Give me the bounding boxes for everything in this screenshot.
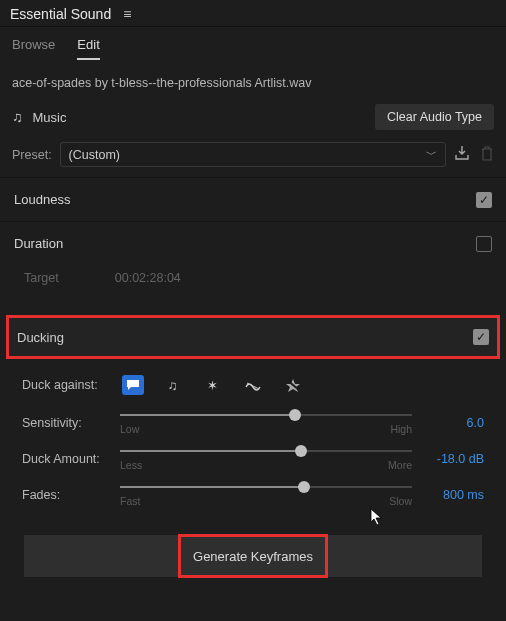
music-icon: ♫ bbox=[12, 109, 23, 125]
slider-thumb[interactable] bbox=[295, 445, 307, 457]
audio-type-label: Music bbox=[33, 110, 67, 125]
sensitivity-row: Sensitivity: Low High 6.0 bbox=[0, 401, 506, 437]
clear-audio-type-button[interactable]: Clear Audio Type bbox=[375, 104, 494, 130]
duck-amount-slider[interactable]: Less More bbox=[120, 445, 412, 473]
preset-label: Preset: bbox=[12, 148, 52, 162]
fades-row: Fades: Fast Slow 800 ms bbox=[0, 473, 506, 509]
sensitivity-slider[interactable]: Low High bbox=[120, 409, 412, 437]
chevron-down-icon: ﹀ bbox=[426, 147, 437, 162]
sensitivity-label: Sensitivity: bbox=[22, 416, 110, 430]
save-preset-icon[interactable] bbox=[454, 145, 470, 164]
duck-against-dialogue-icon[interactable] bbox=[122, 375, 144, 395]
fades-label: Fades: bbox=[22, 488, 110, 502]
duration-checkbox[interactable] bbox=[476, 236, 492, 252]
delete-preset-icon bbox=[480, 146, 494, 164]
duck-amount-row: Duck Amount: Less More -18.0 dB bbox=[0, 437, 506, 473]
tab-edit[interactable]: Edit bbox=[77, 37, 99, 60]
ducking-label: Ducking bbox=[17, 330, 64, 345]
tab-browse[interactable]: Browse bbox=[12, 37, 55, 60]
duck-against-sfx-icon[interactable]: ✶ bbox=[202, 375, 224, 395]
fades-value[interactable]: 800 ms bbox=[422, 488, 484, 502]
slider-thumb[interactable] bbox=[298, 481, 310, 493]
slider-max: Slow bbox=[389, 495, 412, 507]
duration-target-label: Target bbox=[24, 271, 59, 285]
panel-title: Essential Sound bbox=[10, 6, 111, 22]
sensitivity-value[interactable]: 6.0 bbox=[422, 416, 484, 430]
loudness-label: Loudness bbox=[14, 192, 70, 207]
section-duration[interactable]: Duration bbox=[0, 221, 506, 265]
preset-dropdown[interactable]: (Custom) ﹀ bbox=[60, 142, 446, 167]
section-ducking[interactable]: Ducking ✓ bbox=[6, 315, 500, 359]
duck-amount-label: Duck Amount: bbox=[22, 452, 110, 466]
duck-against-unassigned-icon[interactable] bbox=[282, 375, 304, 395]
duration-label: Duration bbox=[14, 236, 63, 251]
slider-max: High bbox=[390, 423, 412, 435]
duck-against-label: Duck against: bbox=[22, 378, 98, 392]
slider-max: More bbox=[388, 459, 412, 471]
slider-min: Fast bbox=[120, 495, 140, 507]
panel-menu-icon[interactable]: ≡ bbox=[123, 6, 131, 22]
preset-value: (Custom) bbox=[69, 148, 120, 162]
duck-against-ambience-icon[interactable] bbox=[242, 375, 264, 395]
ducking-checkbox[interactable]: ✓ bbox=[473, 329, 489, 345]
section-loudness[interactable]: Loudness ✓ bbox=[0, 177, 506, 221]
duration-target-value: 00:02:28:04 bbox=[115, 271, 181, 285]
loudness-checkbox[interactable]: ✓ bbox=[476, 192, 492, 208]
duck-amount-value[interactable]: -18.0 dB bbox=[422, 452, 484, 466]
slider-thumb[interactable] bbox=[289, 409, 301, 421]
clip-name: ace-of-spades by t-bless--the-profession… bbox=[0, 60, 506, 98]
fades-slider[interactable]: Fast Slow bbox=[120, 481, 412, 509]
slider-min: Low bbox=[120, 423, 139, 435]
duck-against-music-icon[interactable]: ♫ bbox=[162, 375, 184, 395]
tab-bar: Browse Edit bbox=[0, 27, 506, 60]
slider-min: Less bbox=[120, 459, 142, 471]
generate-keyframes-button[interactable]: Generate Keyframes bbox=[193, 549, 313, 564]
cursor-icon bbox=[370, 508, 386, 530]
